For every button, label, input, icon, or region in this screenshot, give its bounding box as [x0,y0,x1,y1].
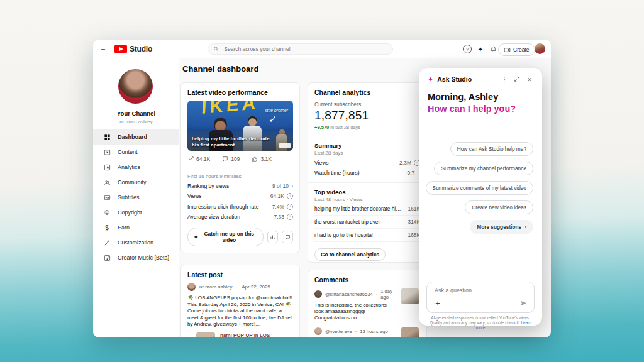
ai-disclaimer: AI-generated responses do not reflect Yo… [428,315,533,331]
send-button[interactable] [518,298,528,308]
sidebar-item-community[interactable]: Community [93,175,179,190]
comment-item[interactable]: @kirtanasanchez6534 · 1 day ago This is … [314,288,420,321]
channel-name: Your Channel [93,110,179,117]
post-author-avatar[interactable] [187,283,196,291]
card-title: Channel analytics [314,89,420,96]
create-button[interactable]: Create [498,43,535,56]
sidebar-item-content[interactable]: Content [93,145,179,160]
desktop-background: ≡ Studio ? ✦ Create Your Channel [0,0,644,362]
more-suggestions-chip[interactable]: More suggestions › [470,220,533,234]
suggestion-chip[interactable]: Summarize comments of my latest video [426,181,533,195]
ask-question-box[interactable]: + [426,282,535,313]
chevron-right-icon[interactable]: › [291,183,293,189]
sidebar-item-analytics[interactable]: Analytics [93,160,179,175]
info-icon[interactable]: i [287,193,293,199]
sidebar-item-copyright[interactable]: © Copyright [93,205,179,220]
suggestion-chip[interactable]: Create new video ideas [465,200,533,214]
video-comments-shortcut-button[interactable] [282,231,293,243]
copyright-icon: © [103,209,111,216]
views-icon [187,156,194,162]
topbar: ≡ Studio ? ✦ Create [93,40,551,59]
ask-studio-panel: ✦ Ask Studio ⋮ × Morning, Ashley How can… [419,68,542,326]
comment-time: 13 hours ago [360,329,387,334]
post-date: Apr 22, 2025 [242,284,270,290]
views-stat: 64.1K [187,156,210,162]
send-icon [519,299,528,307]
post-author-name[interactable]: ur mom ashley [199,284,232,290]
help-button[interactable]: ? [462,44,472,54]
views-row: Views 64.1Ki [187,190,293,200]
subscriber-count: 1,877,851 [314,109,420,123]
create-label: Create [513,47,530,53]
commenter-handle[interactable]: @yvette-eve [325,329,352,334]
channel-avatar[interactable] [118,69,153,104]
go-to-channel-analytics-button[interactable]: Go to channel analytics [314,248,386,261]
ikea-sign: IKEA [201,101,259,118]
meta-dot: · [376,292,378,297]
account-avatar[interactable] [535,43,545,54]
comment-video-thumbnail [401,288,419,304]
embed-title: nami POP-UP in LOS ANGELES! [220,332,293,338]
sidebar-item-label: Community [118,179,147,185]
subtitles-icon [103,194,111,201]
close-icon[interactable]: × [525,75,534,84]
youtube-studio-logo[interactable]: Studio [114,45,152,53]
duration-badge [279,143,291,148]
top-video-row[interactable]: i had to go to the hospital 168K [314,229,420,242]
channel-handle: ur mom ashley [93,119,179,124]
sidebar-item-customization[interactable]: Customization [93,235,179,250]
create-camera-icon [504,47,511,53]
card-title: Comments [314,276,420,283]
thumbs-up-icon [252,156,258,162]
ask-question-input[interactable] [433,287,528,294]
music-note-icon [103,254,111,261]
chart-icon [270,234,275,240]
top-video-row[interactable]: helping my little brother decorate his f… [314,202,420,216]
post-embed[interactable]: nami POP-UP in LOS ANGELES! ur mom ashle… [196,332,293,338]
commenter-handle[interactable]: @kirtanasanchez6534 [325,292,373,297]
info-icon[interactable]: i [287,204,293,210]
suggestion-chip[interactable]: Summarize my channel performance [434,162,533,175]
greeting-question: How can I help you? [428,104,516,114]
ask-studio-sparkle-button[interactable]: ✦ [475,44,486,54]
ranking-row[interactable]: Ranking by views 9 of 10› [187,179,293,190]
sidebar-item-earn[interactable]: $ Earn [93,220,179,235]
ask-studio-title: Ask Studio [437,75,496,83]
ctr-row: Impressions click-through rate 7.4%i [187,200,293,211]
post-text: 🌴 LOS ANGELES pop-up for @namimatcha!!! … [187,295,293,328]
notifications-button[interactable] [488,44,498,54]
bell-icon [490,46,497,53]
info-icon[interactable]: i [287,214,293,220]
video-analytics-shortcut-button[interactable] [267,231,279,243]
expand-icon[interactable] [513,75,521,84]
catch-me-up-button[interactable]: ✦ Catch me up on this video [187,228,264,246]
summary-views-row: Views 2.3Mi [314,156,420,167]
video-stats-row: 64.1K 109 3.1K [187,156,293,162]
commenter-avatar [314,327,322,335]
sidebar-item-subtitles[interactable]: Subtitles [93,190,179,205]
summary-title: Summary [314,142,420,149]
more-options-icon[interactable]: ⋮ [500,75,509,84]
hamburger-menu-icon[interactable]: ≡ [101,43,106,53]
card-title: Latest post [187,271,293,278]
commenter-avatar [314,290,322,298]
sidebar-item-creator-music[interactable]: Creator Music [Beta] [93,250,179,265]
first-hours-label: First 16 hours 9 minutes [187,173,293,179]
customization-icon [103,239,111,246]
speech-bubble-icon [285,234,291,240]
avg-duration-row: Average view duration 7:33i [187,211,293,221]
attach-plus-button[interactable]: + [433,298,443,308]
search-input[interactable] [223,45,387,53]
sidebar-item-label: Dashboard [118,134,147,140]
youtube-play-icon [114,45,127,53]
comment-item[interactable]: @yvette-eve · 13 hours ago this is so cr… [314,327,420,337]
meta-dot: · [236,284,238,290]
sidebar-item-label: Earn [118,224,130,231]
sidebar-item-dashboard[interactable]: Dashboard [93,129,179,145]
latest-post-card: Latest post ur mom ashley · Apr 22, 2025… [180,265,300,337]
analytics-icon [103,163,111,171]
suggestion-chip[interactable]: How can Ask Studio help me? [450,142,533,156]
latest-video-thumbnail[interactable]: IKEA little brother helping my little br… [187,101,293,151]
search-bar[interactable] [208,43,393,55]
top-video-row[interactable]: the worst nantucket trip ever 314K [314,216,420,229]
